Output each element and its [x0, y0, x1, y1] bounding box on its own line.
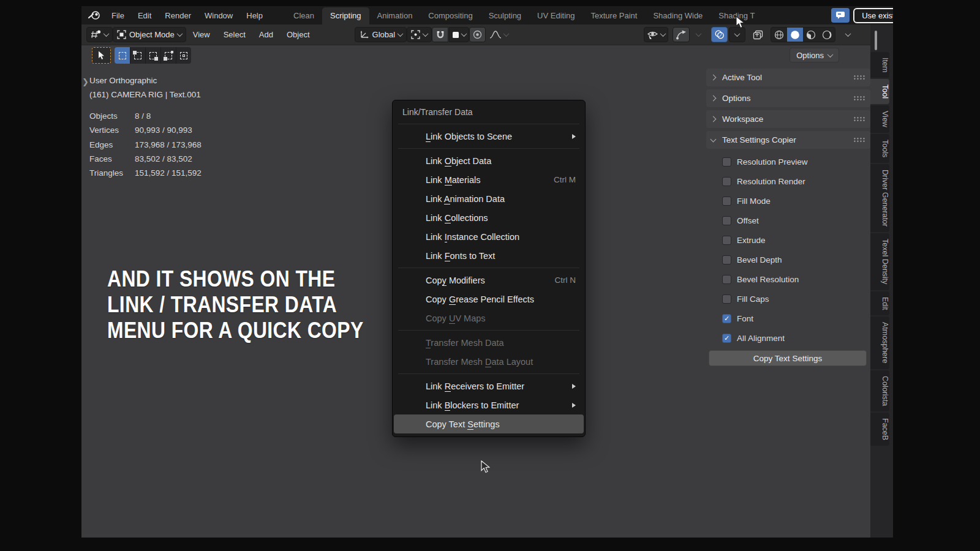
checkbox-box-icon[interactable] — [722, 216, 731, 225]
workspace-tab-animation[interactable]: Animation — [369, 7, 421, 24]
viewport-menu-view[interactable]: View — [186, 30, 217, 39]
visibility-dropdown[interactable] — [644, 27, 668, 42]
mode-dropdown[interactable]: Object Mode — [113, 27, 186, 42]
shading-wireframe-button[interactable] — [771, 27, 787, 42]
checkbox-box-icon[interactable] — [722, 294, 731, 304]
checkbox-resolution-render[interactable]: Resolution Render — [706, 171, 870, 191]
checkbox-box-icon[interactable] — [722, 255, 731, 264]
editor-type-button[interactable] — [86, 27, 113, 42]
app-menu-file[interactable]: File — [105, 6, 131, 24]
select-mode-invert-button[interactable] — [160, 47, 176, 64]
checkbox-box-icon[interactable] — [722, 275, 731, 284]
drag-grip-icon[interactable] — [853, 75, 865, 80]
viewport-menu-object[interactable]: Object — [280, 30, 317, 39]
panel-workspace[interactable]: Workspace — [706, 110, 870, 128]
checkbox-bevel-resolution[interactable]: Bevel Resolution — [706, 269, 870, 289]
select-mode-set-button[interactable] — [115, 47, 130, 64]
select-mode-subtract-button[interactable] — [145, 47, 160, 64]
app-menu-window[interactable]: Window — [198, 6, 239, 24]
options-button[interactable]: Options — [790, 48, 839, 62]
workspace-tab-compositing[interactable]: Compositing — [420, 7, 480, 24]
sidebar-tab-texel-density[interactable]: Texel Density — [870, 233, 889, 290]
sidebar-tab-faceb[interactable]: FaceB — [870, 413, 889, 446]
proportional-falloff-dropdown[interactable] — [486, 27, 511, 42]
menu-item-link-object-data[interactable]: Link Object Data — [394, 151, 584, 170]
sidebar-tab-colorista[interactable]: Colorista — [870, 370, 889, 411]
checkbox-bevel-depth[interactable]: Bevel Depth — [706, 250, 870, 269]
select-mode-extend-button[interactable] — [130, 47, 145, 64]
transform-orientation-dropdown[interactable]: Global — [355, 27, 407, 42]
select-mode-intersect-button[interactable] — [176, 47, 191, 64]
menu-item-link-materials[interactable]: Link MaterialsCtrl M — [394, 170, 584, 189]
use-existing-label[interactable]: Use existing — [853, 8, 893, 23]
shading-solid-button[interactable] — [787, 27, 803, 42]
menu-item-link-fonts-to-text[interactable]: Link Fonts to Text — [394, 246, 584, 265]
copy-text-settings-button[interactable]: Copy Text Settings — [709, 350, 867, 366]
menu-item-link-animation-data[interactable]: Link Animation Data — [394, 189, 584, 208]
menu-item-link-instance-collection[interactable]: Link Instance Collection — [394, 227, 584, 246]
menu-item-copy-grease-pencil-effects[interactable]: Copy Grease Pencil Effects — [394, 290, 584, 309]
panel-active-tool[interactable]: Active Tool — [706, 69, 870, 86]
workspace-tab-scripting[interactable]: Scripting — [322, 7, 369, 24]
panel-options[interactable]: Options — [706, 89, 870, 107]
sidebar-tab-driver-generator[interactable]: Driver Generator — [870, 164, 889, 232]
checkbox-box-icon[interactable]: ✓ — [722, 314, 731, 323]
checkbox-font[interactable]: ✓Font — [706, 309, 870, 328]
checkbox-box-icon[interactable] — [722, 236, 731, 245]
shading-dropdown[interactable] — [840, 27, 856, 42]
workspace-tab-shading-wide[interactable]: Shading Wide — [645, 7, 710, 24]
overlays-toggle[interactable] — [711, 27, 728, 42]
sidebar-tab-view[interactable]: View — [870, 105, 889, 133]
checkbox-resolution-preview[interactable]: Resolution Preview — [706, 152, 870, 171]
chat-bubble-icon[interactable] — [831, 8, 850, 23]
viewport-menu-select[interactable]: Select — [217, 30, 252, 39]
gizmos-dropdown[interactable] — [690, 27, 707, 42]
sidebar-tab-item[interactable]: Item — [870, 52, 889, 78]
checkbox-box-icon[interactable]: ✓ — [722, 334, 731, 343]
panel-text-settings-copier[interactable]: Text Settings Copier — [706, 131, 870, 149]
menu-item-link-collections[interactable]: Link Collections — [394, 208, 584, 227]
snap-target-dropdown[interactable] — [449, 27, 469, 42]
app-menu-edit[interactable]: Edit — [131, 6, 158, 24]
scrollbar-thumb[interactable] — [875, 31, 877, 50]
checkbox-box-icon[interactable] — [722, 177, 731, 186]
checkbox-fill-caps[interactable]: Fill Caps — [706, 289, 870, 309]
select-box-tool-button[interactable] — [92, 47, 111, 64]
menu-item-link-blockers-to-emitter[interactable]: Link Blockers to Emitter — [394, 395, 584, 414]
shading-material-button[interactable] — [803, 27, 819, 42]
sidebar-tab-tools[interactable]: Tools — [870, 134, 889, 163]
sidebar-tab-tool[interactable]: Tool — [870, 79, 889, 104]
menu-item-link-objects-to-scene[interactable]: Link Objects to Scene — [394, 127, 584, 146]
app-menu-help[interactable]: Help — [239, 6, 270, 24]
proportional-editing-toggle[interactable] — [469, 27, 486, 42]
xray-toggle[interactable] — [750, 27, 766, 42]
overlays-dropdown[interactable] — [729, 27, 745, 42]
workspace-tab-texture-paint[interactable]: Texture Paint — [583, 7, 646, 24]
checkbox-extrude[interactable]: Extrude — [706, 230, 870, 250]
menu-item-link-receivers-to-emitter[interactable]: Link Receivers to Emitter — [394, 377, 584, 395]
app-menu-render[interactable]: Render — [158, 6, 198, 24]
shading-rendered-button[interactable] — [819, 27, 835, 42]
workspace-tab-uv-editing[interactable]: UV Editing — [529, 7, 582, 24]
menu-item-copy-modifiers[interactable]: Copy ModifiersCtrl N — [394, 271, 584, 290]
checkbox-box-icon[interactable] — [722, 157, 731, 167]
blender-logo-icon[interactable] — [88, 10, 101, 21]
checkbox-all-alignment[interactable]: ✓All Alignment — [706, 328, 870, 348]
menu-item-copy-text-settings[interactable]: Copy Text Settings — [394, 414, 584, 433]
sidebar-tab-edit[interactable]: Edit — [870, 291, 889, 316]
sidebar-tab-atmosphere[interactable]: Atmosphere — [870, 317, 889, 369]
drag-grip-icon[interactable] — [853, 96, 865, 101]
drag-grip-icon[interactable] — [853, 137, 865, 143]
pivot-point-dropdown[interactable] — [407, 27, 432, 42]
drag-grip-icon[interactable] — [853, 116, 865, 122]
workspace-tab-clean[interactable]: Clean — [285, 7, 322, 24]
checkbox-box-icon[interactable] — [722, 197, 731, 206]
checkbox-offset[interactable]: Offset — [706, 211, 870, 230]
gizmos-toggle[interactable] — [673, 27, 690, 42]
workspace-tab-shading-t[interactable]: Shading T — [710, 7, 763, 24]
checkbox-fill-mode[interactable]: Fill Mode — [706, 191, 870, 211]
toolbar-collapse-arrow[interactable]: ❯ — [82, 77, 89, 86]
workspace-tab-sculpting[interactable]: Sculpting — [481, 7, 529, 24]
snap-toggle[interactable] — [432, 27, 448, 42]
viewport-menu-add[interactable]: Add — [252, 30, 280, 39]
